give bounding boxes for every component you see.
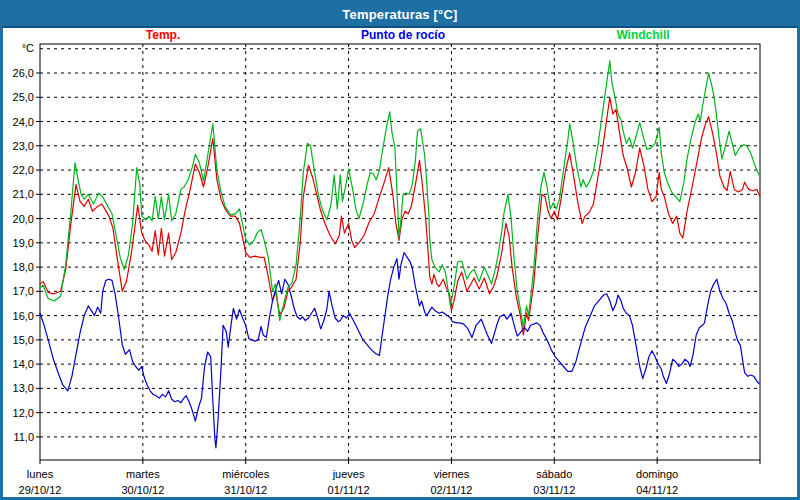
y-tick-label: 13,0 — [13, 382, 34, 394]
series-line-temp- — [40, 97, 760, 335]
series-line-punto-de-roc-o — [40, 253, 759, 448]
temperature-chart: 26,025,024,023,022,021,020,019,018,017,0… — [0, 0, 800, 500]
x-day-name-label: sábado — [536, 468, 572, 480]
x-day-name-label: martes — [126, 468, 160, 480]
y-tick-label: 14,0 — [13, 358, 34, 370]
y-tick-label: 24,0 — [13, 116, 34, 128]
plot-border — [40, 44, 760, 460]
x-day-name-label: lunes — [27, 468, 54, 480]
x-day-name-label: miércoles — [222, 468, 270, 480]
x-day-name-label: jueves — [332, 468, 365, 480]
y-tick-label: 26,0 — [13, 67, 34, 79]
y-tick-label: 12,0 — [13, 407, 34, 419]
x-day-date-label: 29/10/12 — [19, 484, 62, 496]
x-day-date-label: 03/11/12 — [533, 484, 575, 496]
y-tick-label: 25,0 — [13, 91, 34, 103]
x-day-date-label: 02/11/12 — [430, 484, 472, 496]
x-day-date-label: 04/11/12 — [636, 484, 678, 496]
weather-chart-window: Temperaturas [°C] Temp. Punto de rocío W… — [0, 0, 800, 500]
y-tick-label: 22,0 — [13, 164, 34, 176]
x-day-name-label: domingo — [636, 468, 678, 480]
x-day-date-label: 01/11/12 — [328, 484, 370, 496]
y-tick-label: 20,0 — [13, 213, 34, 225]
y-tick-label: 15,0 — [13, 334, 34, 346]
x-day-name-label: viernes — [434, 468, 470, 480]
y-axis-unit-label: °C — [22, 42, 34, 54]
y-tick-label: 11,0 — [13, 431, 34, 443]
y-tick-label: 16,0 — [13, 310, 34, 322]
y-tick-label: 21,0 — [13, 188, 34, 200]
y-tick-label: 23,0 — [13, 140, 34, 152]
x-day-date-label: 31/10/12 — [224, 484, 267, 496]
y-tick-label: 17,0 — [13, 285, 34, 297]
x-day-date-label: 30/10/12 — [121, 484, 164, 496]
y-tick-label: 19,0 — [13, 237, 34, 249]
y-tick-label: 18,0 — [13, 261, 34, 273]
